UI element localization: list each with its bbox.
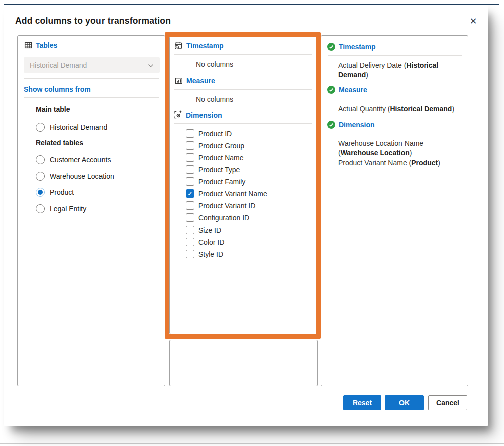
checkbox-label: Configuration ID <box>198 214 249 222</box>
radio-customer-accounts[interactable]: Customer Accounts <box>36 155 111 164</box>
selected-timestamp-label: Timestamp <box>339 43 376 51</box>
calendar-clock-icon <box>174 41 183 50</box>
divider <box>24 53 159 53</box>
success-check-icon <box>327 121 335 129</box>
divider <box>24 78 159 79</box>
checkbox-checked-icon[interactable] <box>186 189 194 198</box>
checkbox-row-product-id[interactable]: Product ID <box>186 129 232 138</box>
checkbox-row-color-id[interactable]: Color ID <box>186 238 224 246</box>
column-picker-footer-box <box>169 340 318 386</box>
ok-button[interactable]: OK <box>385 395 424 410</box>
dialog-title: Add columns to your transformation <box>15 16 171 26</box>
related-tables-label: Related tables <box>36 139 83 147</box>
item-text: ) <box>366 71 368 79</box>
checkbox-row-product-group[interactable]: Product Group <box>186 141 244 150</box>
radio-label: Warehouse Location <box>50 172 114 180</box>
selected-measure-header: Measure <box>327 86 367 94</box>
checkbox[interactable] <box>186 201 194 210</box>
item-text: Actual Quantity ( <box>338 105 390 113</box>
dimension-label: Dimension <box>186 111 222 119</box>
close-icon[interactable]: ✕ <box>467 15 480 28</box>
item-text: Product Variant Name ( <box>338 159 411 167</box>
radio-product[interactable]: Product <box>36 188 74 197</box>
top-border-line <box>4 4 499 5</box>
selected-dimension-item: Product Variant Name (Product) <box>338 158 446 168</box>
radio-historical-demand[interactable]: Historical Demand <box>36 123 107 132</box>
divider <box>328 99 462 99</box>
checkbox[interactable] <box>186 177 194 186</box>
checkbox[interactable] <box>186 153 194 162</box>
timestamp-section-header: Timestamp <box>174 41 224 50</box>
radio-label: Historical Demand <box>50 123 107 131</box>
checkbox[interactable] <box>186 165 194 174</box>
measure-label: Measure <box>186 77 215 85</box>
tables-header-label: Tables <box>36 41 57 49</box>
selected-timestamp-item: Actual Delivery Date (Historical Demand) <box>338 61 446 80</box>
dimension-section-header: Dimension <box>174 110 222 119</box>
checkbox[interactable] <box>186 213 194 222</box>
item-text: ) <box>410 149 412 157</box>
table-grid-icon <box>24 41 32 49</box>
radio-icon[interactable] <box>36 172 45 181</box>
dimension-gear-icon <box>174 110 182 119</box>
item-bold-text: Product <box>411 159 438 167</box>
item-text: ) <box>452 105 454 113</box>
radio-label: Customer Accounts <box>50 156 111 164</box>
radio-icon[interactable] <box>36 204 45 213</box>
checkbox-label: Style ID <box>198 250 223 258</box>
timestamp-label: Timestamp <box>186 42 224 50</box>
cancel-button[interactable]: Cancel <box>428 395 467 410</box>
table-dropdown[interactable]: Historical Demand <box>24 57 160 73</box>
checkbox-row-product-variant-name[interactable]: Product Variant Name <box>186 189 267 198</box>
checkbox[interactable] <box>186 238 194 246</box>
checkbox-row-style-id[interactable]: Style ID <box>186 250 223 258</box>
divider <box>24 97 159 98</box>
bottom-border-line <box>0 443 504 444</box>
checkbox-row-product-type[interactable]: Product Type <box>186 165 240 174</box>
checkbox[interactable] <box>186 226 194 234</box>
reset-button[interactable]: Reset <box>343 395 381 410</box>
radio-selected-icon[interactable] <box>36 188 45 197</box>
selected-measure-label: Measure <box>339 86 367 94</box>
screenshot-canvas: Add columns to your transformation ✕ Tab… <box>0 0 504 446</box>
chevron-down-icon <box>148 61 154 70</box>
main-table-label: Main table <box>36 105 70 114</box>
checkbox-label: Product Variant ID <box>198 202 255 210</box>
divider <box>174 123 312 124</box>
show-columns-from-label: Show columns from <box>24 85 91 93</box>
table-dropdown-value: Historical Demand <box>30 61 87 69</box>
bar-chart-icon <box>174 76 183 85</box>
divider <box>174 54 312 55</box>
checkbox-label: Product Group <box>198 142 244 150</box>
success-check-icon <box>327 43 335 51</box>
selected-dimension-label: Dimension <box>339 121 375 129</box>
divider <box>328 133 462 133</box>
item-bold-text: Warehouse Location <box>341 149 410 157</box>
divider <box>328 55 462 56</box>
checkbox-label: Color ID <box>198 238 224 246</box>
radio-icon[interactable] <box>36 155 45 164</box>
selected-columns-panel: Timestamp Actual Delivery Date (Historic… <box>321 35 468 386</box>
item-bold-text: Historical Demand <box>390 105 452 113</box>
radio-icon[interactable] <box>36 123 45 132</box>
checkbox-row-product-family[interactable]: Product Family <box>186 177 245 186</box>
checkbox[interactable] <box>186 141 194 150</box>
selected-dimension-header: Dimension <box>327 121 375 129</box>
checkbox-row-size-id[interactable]: Size ID <box>186 226 221 234</box>
tables-panel: Tables Historical Demand Show columns fr… <box>17 35 165 386</box>
checkbox[interactable] <box>186 129 194 138</box>
timestamp-empty-text: No columns <box>196 60 233 68</box>
selected-timestamp-header: Timestamp <box>327 43 376 51</box>
selected-dimension-item: Warehouse Location Name (Warehouse Locat… <box>338 139 446 158</box>
item-text: Actual Delivery Date ( <box>338 61 406 69</box>
checkbox-row-product-variant-id[interactable]: Product Variant ID <box>186 201 255 210</box>
radio-legal-entity[interactable]: Legal Entity <box>36 204 86 213</box>
item-text: ) <box>438 159 440 167</box>
checkbox-label: Product ID <box>198 130 232 138</box>
checkbox-row-product-name[interactable]: Product Name <box>186 153 243 162</box>
checkbox-label: Size ID <box>198 226 221 234</box>
checkbox-row-configuration-id[interactable]: Configuration ID <box>186 213 249 222</box>
checkbox[interactable] <box>186 250 194 258</box>
radio-warehouse-location[interactable]: Warehouse Location <box>36 172 114 181</box>
checkbox-label: Product Variant Name <box>198 190 267 198</box>
